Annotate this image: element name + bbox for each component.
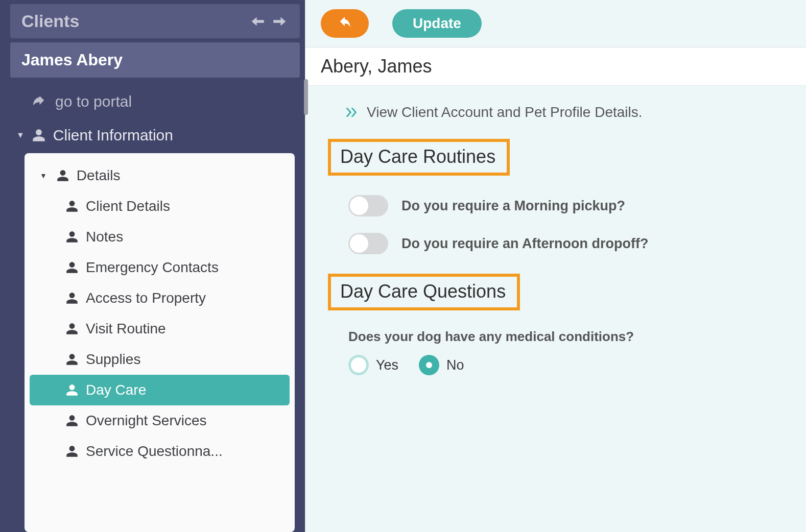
user-icon xyxy=(65,414,79,427)
back-button[interactable] xyxy=(321,9,369,38)
user-icon xyxy=(65,353,79,366)
sidebar-item-day-care[interactable]: Day Care xyxy=(30,375,290,405)
undo-icon xyxy=(337,15,353,32)
portal-link-label: go to portal xyxy=(55,93,132,110)
section-title-label: Client Information xyxy=(53,127,173,144)
toggle-morning-pickup[interactable] xyxy=(348,195,388,216)
caret-down-icon: ▼ xyxy=(40,172,47,180)
panel-header: Clients xyxy=(9,3,301,39)
radio-circle-icon xyxy=(348,355,369,375)
sidebar-resize-handle[interactable] xyxy=(303,0,308,532)
details-group-label: Details xyxy=(77,167,121,184)
sidebar-item-visit-routine[interactable]: Visit Routine xyxy=(30,313,290,344)
main-panel: Update Abery, James View Client Account … xyxy=(305,0,806,532)
radio-group-medical: Yes No xyxy=(348,355,784,375)
go-to-portal-link[interactable]: go to portal xyxy=(0,82,305,122)
view-link-label: View Client Account and Pet Profile Deta… xyxy=(367,104,643,120)
toolbar: Update xyxy=(305,0,806,47)
user-icon xyxy=(56,169,69,182)
share-icon xyxy=(31,94,46,109)
user-icon xyxy=(65,200,79,213)
panel-nav-arrows xyxy=(249,13,289,30)
toggle-afternoon-dropoff-row: Do you require an Afternoon dropoff? xyxy=(328,226,784,263)
sidebar-item-label: Day Care xyxy=(86,382,146,398)
day-care-routines-title: Day Care Routines xyxy=(328,139,510,176)
sidebar-item-service-questionnaire[interactable]: Service Questionna... xyxy=(30,436,290,467)
content-area: View Client Account and Pet Profile Deta… xyxy=(305,86,806,532)
sidebar-item-overnight-services[interactable]: Overnight Services xyxy=(30,405,290,436)
sidebar-item-label: Access to Property xyxy=(86,290,206,306)
next-client-icon[interactable] xyxy=(271,13,289,30)
toggle-afternoon-dropoff[interactable] xyxy=(348,233,388,254)
view-client-account-link[interactable]: View Client Account and Pet Profile Deta… xyxy=(328,99,784,139)
sidebar: Clients James Abery go to portal ▼ Clien… xyxy=(0,0,305,532)
user-icon xyxy=(65,261,79,274)
sidebar-item-label: Emergency Contacts xyxy=(86,259,219,276)
chevrons-right-icon xyxy=(343,105,359,120)
details-nav-panel: ▼ Details Client Details Notes Emergency… xyxy=(25,153,295,532)
radio-circle-selected-icon xyxy=(419,355,439,375)
sidebar-item-label: Client Details xyxy=(86,198,170,214)
user-icon xyxy=(65,230,79,244)
radio-label: No xyxy=(446,357,464,373)
sidebar-item-emergency-contacts[interactable]: Emergency Contacts xyxy=(30,252,290,283)
prev-client-icon[interactable] xyxy=(249,13,266,30)
sidebar-item-access-to-property[interactable]: Access to Property xyxy=(30,283,290,313)
sidebar-item-label: Visit Routine xyxy=(86,321,166,337)
sidebar-item-notes[interactable]: Notes xyxy=(30,222,290,252)
user-icon xyxy=(32,128,46,142)
client-heading: Abery, James xyxy=(305,47,806,86)
user-icon xyxy=(65,322,79,335)
sidebar-item-label: Notes xyxy=(86,229,123,245)
radio-label: Yes xyxy=(376,357,398,373)
toggle-morning-pickup-row: Do you require a Morning pickup? xyxy=(328,188,784,226)
caret-down-icon: ▼ xyxy=(16,131,25,140)
day-care-questions-title: Day Care Questions xyxy=(328,274,520,310)
radio-yes[interactable]: Yes xyxy=(348,355,398,375)
details-group-row[interactable]: ▼ Details xyxy=(30,160,290,191)
sidebar-item-label: Service Questionna... xyxy=(86,443,223,460)
sidebar-item-label: Supplies xyxy=(86,351,140,368)
client-name-bar[interactable]: James Abery xyxy=(9,41,301,79)
toggle-label: Do you require an Afternoon dropoff? xyxy=(401,236,648,252)
panel-title: Clients xyxy=(21,11,79,31)
user-icon xyxy=(65,292,79,305)
question-text: Does your dog have any medical condition… xyxy=(348,329,784,345)
toggle-label: Do you require a Morning pickup? xyxy=(401,198,625,214)
sidebar-item-supplies[interactable]: Supplies xyxy=(30,344,290,375)
client-information-section[interactable]: ▼ Client Information xyxy=(0,122,305,153)
update-button[interactable]: Update xyxy=(392,9,482,38)
sidebar-item-label: Overnight Services xyxy=(86,413,207,429)
user-icon xyxy=(65,445,79,458)
radio-no[interactable]: No xyxy=(419,355,464,375)
user-icon xyxy=(65,383,79,397)
sidebar-item-client-details[interactable]: Client Details xyxy=(30,191,290,222)
medical-conditions-question: Does your dog have any medical condition… xyxy=(328,323,784,375)
